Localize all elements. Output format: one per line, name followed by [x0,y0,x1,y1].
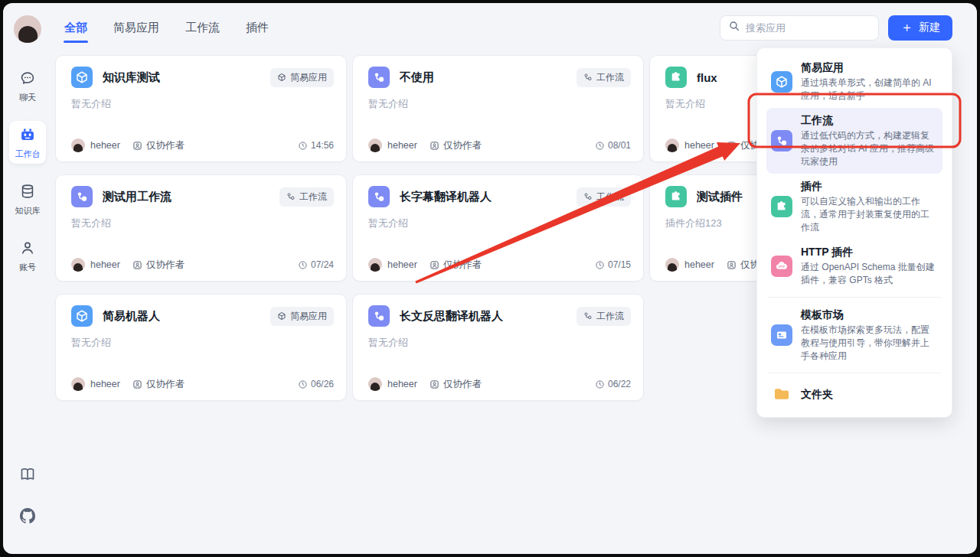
app-card-title: 不使用 [400,70,577,85]
simple-app-icon [771,71,792,93]
workflow-app-icon [368,186,390,207]
create-button[interactable]: ＋ 新建 [888,15,952,41]
owner-avatar [368,377,382,391]
updated-time: 08/01 [595,140,631,151]
sidebar-nav: 聊天 工作台 知识库 账号 [9,64,46,277]
app-card[interactable]: 简易机器人 简易应用 暂无介绍 heheer 仅协作者 06/26 [55,294,347,401]
updated-time: 07/24 [298,259,334,270]
search-icon [728,20,740,35]
app-card-description: 暂无介绍 [71,217,334,230]
owner-avatar [665,258,679,272]
plugin-icon [771,196,792,217]
sidebar-item-account[interactable]: 账号 [9,234,46,277]
tab-workflow[interactable]: 工作流 [184,16,221,40]
workflow-app-icon [368,67,390,88]
tab-plugin[interactable]: 插件 [244,16,270,40]
sidebar-item-chat[interactable]: 聊天 [9,64,46,107]
menu-divider [768,373,941,373]
sidebar-item-label: 账号 [19,262,36,273]
tab-all[interactable]: 全部 [63,16,89,40]
menu-item-template-market[interactable]: 模板市场 在模板市场探索更多玩法，配置教程与使用引导，带你理解并上手各种应用 [766,302,942,368]
app-card[interactable]: 测试用工作流 工作流 暂无介绍 heheer 仅协作者 07/24 [55,174,347,282]
app-type-badge: 工作流 [279,187,334,207]
owner-avatar [665,138,679,152]
owner-name: heheer [387,140,417,151]
permission-tag: 仅协作者 [132,259,185,272]
search-input[interactable] [746,22,880,34]
app-card[interactable]: 长字幕翻译机器人 工作流 暂无介绍 heheer 仅协作者 07/15 [352,174,644,282]
app-card[interactable]: 知识库测试 简易应用 暂无介绍 heheer 仅协作者 14:56 [55,55,347,162]
updated-time: 14:56 [298,140,334,151]
simple-app-icon [71,305,93,327]
owner-name: heheer [684,259,714,270]
app-type-tabs: 全部 简易应用 工作流 插件 [63,16,270,40]
page-header: 全部 简易应用 工作流 插件 ＋ 新建 [52,3,977,52]
app-card-description: 暂无介绍 [71,336,334,350]
sidebar-item-label: 聊天 [19,92,36,103]
owner-avatar [71,377,85,391]
updated-time: 06/26 [298,379,334,389]
plugin-app-icon [665,186,687,207]
robot-icon [19,126,36,146]
folder-icon [771,385,792,403]
updated-time: 06/22 [595,379,631,389]
user-icon [19,239,36,259]
sidebar: 聊天 工作台 知识库 账号 [3,3,52,554]
menu-item-description: 在模板市场探索更多玩法，配置教程与使用引导，带你理解并上手各种应用 [801,324,938,363]
permission-tag: 仅协作者 [430,259,482,272]
updated-time: 07/15 [595,259,631,270]
menu-item-title: 简易应用 [801,60,938,75]
docs-book-icon[interactable] [18,465,37,487]
menu-item-description: 通过填表单形式，创建简单的 AI 应用，适合新手 [801,77,938,103]
sidebar-item-label: 工作台 [15,148,41,160]
sidebar-item-workbench[interactable]: 工作台 [9,121,46,164]
create-menu: 简易应用 通过填表单形式，创建简单的 AI 应用，适合新手 工作流 通过低代码的… [756,47,952,418]
app-card-title: 简易机器人 [103,309,270,324]
sidebar-footer [18,465,37,528]
app-card-description: 暂无介绍 [368,97,631,111]
workflow-app-icon [71,186,93,207]
app-card[interactable]: 不使用 工作流 暂无介绍 heheer 仅协作者 08/01 [352,55,644,162]
app-type-badge: 简易应用 [270,68,334,87]
database-icon [19,183,36,203]
menu-item-workflow[interactable]: 工作流 通过低代码的方式，构建逻辑复杂的多轮对话 AI 应用，推荐高级玩家使用 [766,108,942,174]
app-card-title: 长文反思翻译机器人 [400,309,577,324]
menu-item-description: 通过低代码的方式，构建逻辑复杂的多轮对话 AI 应用，推荐高级玩家使用 [801,129,938,168]
simple-app-icon [71,67,93,88]
app-type-badge: 简易应用 [270,307,334,326]
app-card-title: 测试用工作流 [103,190,279,204]
user-avatar[interactable] [14,15,41,43]
github-icon[interactable] [18,507,37,528]
app-card-description: 暂无介绍 [71,97,334,111]
app-card[interactable]: 长文反思翻译机器人 工作流 暂无介绍 heheer 仅协作者 06/22 [352,294,644,401]
menu-item-folder[interactable]: 文件夹 [766,378,942,410]
menu-item-http-plugin[interactable]: HTTP HTTP 插件 通过 OpenAPI Schema 批量创建插件，兼容… [766,239,942,292]
permission-tag: 仅协作者 [132,139,185,152]
http-plugin-icon: HTTP [771,256,792,277]
tab-simple-app[interactable]: 简易应用 [112,16,161,40]
permission-tag: 仅协作者 [430,378,482,391]
owner-avatar [368,138,382,152]
app-type-badge: 工作流 [577,68,631,87]
owner-name: heheer [90,140,120,151]
permission-tag: 仅协作者 [430,139,482,152]
menu-divider [768,297,941,298]
menu-item-title: 插件 [801,179,938,194]
workflow-icon [771,130,792,151]
sidebar-item-knowledge[interactable]: 知识库 [9,178,46,220]
app-window: 聊天 工作台 知识库 账号 [3,3,977,554]
owner-name: heheer [387,379,417,389]
menu-item-simple-app[interactable]: 简易应用 通过填表单形式，创建简单的 AI 应用，适合新手 [766,55,942,108]
menu-item-plugin[interactable]: 插件 可以自定义输入和输出的工作流，通常用于封装重复使用的工作流 [766,174,942,239]
owner-name: heheer [387,259,417,270]
owner-avatar [71,138,85,152]
app-type-badge: 工作流 [577,307,631,326]
sidebar-item-label: 知识库 [15,205,41,217]
menu-item-title: 模板市场 [801,308,938,322]
owner-name: heheer [684,140,714,151]
owner-avatar [368,258,382,272]
app-card-title: 长字幕翻译机器人 [400,190,577,204]
workflow-app-icon [368,305,390,327]
search-box[interactable] [720,15,879,41]
svg-text:HTTP: HTTP [779,265,785,268]
